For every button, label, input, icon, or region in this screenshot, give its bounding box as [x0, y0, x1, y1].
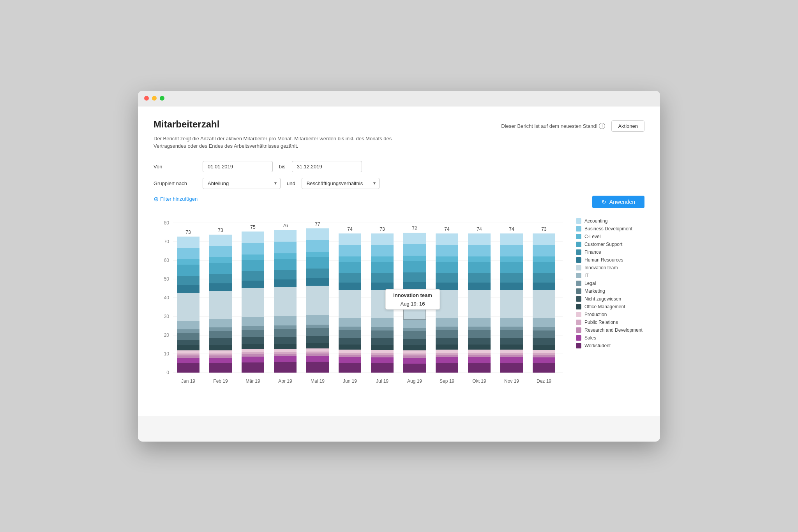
svg-rect-148: [371, 233, 394, 245]
svg-rect-217: [500, 318, 523, 327]
minimize-button[interactable]: [152, 96, 157, 101]
svg-rect-116: [339, 353, 361, 355]
svg-text:10: 10: [164, 351, 169, 357]
legend-color-box: [576, 335, 581, 341]
svg-text:Dez 19: Dez 19: [537, 378, 551, 384]
svg-rect-88: [274, 259, 297, 270]
svg-rect-119: [339, 338, 361, 345]
legend-label: IT: [584, 273, 589, 278]
svg-text:76: 76: [282, 223, 288, 228]
svg-rect-109: [306, 240, 329, 252]
bar-mar: 75 Mär 19: [242, 224, 264, 384]
legend-label: Sales: [584, 335, 596, 341]
svg-rect-51: [209, 257, 232, 263]
legend-item: Business Development: [576, 226, 654, 232]
svg-rect-63: [242, 330, 264, 337]
svg-text:50: 50: [164, 276, 169, 282]
svg-rect-128: [339, 245, 361, 256]
title-bar: [138, 91, 660, 106]
beschaeftigung-select[interactable]: Beschäftigungsverhältnis: [302, 178, 380, 189]
svg-rect-64: [242, 326, 264, 330]
legend-label: C-Level: [584, 234, 600, 239]
legend-label: Customer Support: [584, 242, 622, 247]
bis-input[interactable]: [292, 161, 362, 172]
add-filter-button[interactable]: ⊕ Filter hinzufügen: [154, 195, 198, 203]
svg-rect-209: [500, 357, 523, 363]
aktionen-button[interactable]: Aktionen: [611, 120, 644, 132]
svg-rect-94: [306, 362, 329, 373]
svg-rect-121: [339, 327, 361, 330]
svg-rect-156: [403, 345, 426, 350]
legend-color-box: [576, 234, 581, 239]
svg-rect-202: [468, 262, 491, 273]
svg-rect-162: [403, 282, 426, 289]
svg-rect-158: [403, 331, 426, 339]
svg-rect-57: [242, 357, 264, 362]
svg-rect-134: [371, 355, 394, 357]
svg-rect-106: [306, 269, 329, 278]
svg-rect-197: [468, 327, 491, 330]
svg-rect-60: [242, 349, 264, 352]
chart-tooltip: Innovation team Aug 19: 16: [385, 289, 440, 309]
svg-rect-43: [209, 338, 232, 345]
svg-rect-38: [209, 358, 232, 363]
svg-rect-29: [177, 285, 200, 293]
svg-rect-101: [306, 328, 329, 336]
legend-item: Marketing: [576, 288, 654, 294]
svg-rect-186: [436, 233, 458, 245]
svg-text:Apr 19: Apr 19: [278, 378, 292, 384]
svg-rect-176: [436, 338, 458, 345]
svg-rect-179: [436, 318, 458, 327]
svg-rect-139: [371, 331, 394, 338]
svg-rect-65: [242, 317, 264, 326]
svg-rect-177: [436, 330, 458, 338]
legend-color-box: [576, 281, 581, 286]
svg-text:75: 75: [250, 224, 256, 230]
svg-rect-19: [177, 358, 200, 363]
status-text: Dieser Bericht ist auf dem neuesten Stan…: [501, 123, 605, 129]
description: Der Bericht zeigt die Anzahl der aktiven…: [154, 135, 411, 150]
svg-rect-213: [500, 345, 523, 350]
svg-text:Aug 19: Aug 19: [407, 378, 422, 384]
svg-rect-172: [436, 355, 458, 357]
svg-rect-175: [436, 345, 458, 350]
legend-item: Production: [576, 312, 654, 317]
svg-rect-220: [500, 273, 523, 283]
legend-color-box: [576, 242, 581, 247]
legend-label: Accounting: [584, 218, 607, 224]
svg-rect-59: [242, 352, 264, 354]
close-button[interactable]: [144, 96, 149, 101]
legend-color-box: [576, 265, 581, 270]
svg-rect-69: [242, 260, 264, 271]
info-icon[interactable]: i: [599, 123, 605, 129]
bar-chart: 0 10 20 30 40 50 60 70 80: [154, 215, 567, 402]
page-title: Mitarbeiterzahl: [154, 119, 219, 130]
svg-rect-80: [274, 344, 297, 349]
svg-rect-215: [500, 330, 523, 338]
legend-item: C-Level: [576, 234, 654, 239]
svg-rect-34: [177, 237, 200, 248]
svg-rect-178: [436, 327, 458, 330]
von-input[interactable]: [203, 161, 273, 172]
legend-color-box: [576, 304, 581, 309]
group-filter-row: Gruppiert nach Abteilung und Beschäftigu…: [154, 178, 644, 189]
svg-rect-221: [500, 262, 523, 273]
abteilung-select[interactable]: Abteilung: [203, 178, 281, 189]
svg-rect-48: [209, 283, 232, 291]
svg-rect-104: [306, 286, 329, 315]
svg-text:72: 72: [412, 226, 417, 231]
svg-rect-235: [533, 327, 555, 331]
bis-label: bis: [279, 164, 286, 170]
svg-rect-72: [242, 232, 264, 243]
anwenden-button[interactable]: ↻ Anwenden: [592, 196, 644, 208]
svg-rect-47: [209, 291, 232, 319]
svg-rect-27: [177, 321, 200, 329]
svg-rect-205: [468, 233, 491, 245]
svg-rect-85: [274, 287, 297, 316]
svg-rect-173: [436, 353, 458, 355]
svg-text:74: 74: [509, 226, 514, 232]
legend-item: Werkstudent: [576, 343, 654, 348]
legend-label: Public Relations: [584, 320, 618, 325]
svg-rect-115: [339, 355, 361, 357]
maximize-button[interactable]: [160, 96, 164, 101]
